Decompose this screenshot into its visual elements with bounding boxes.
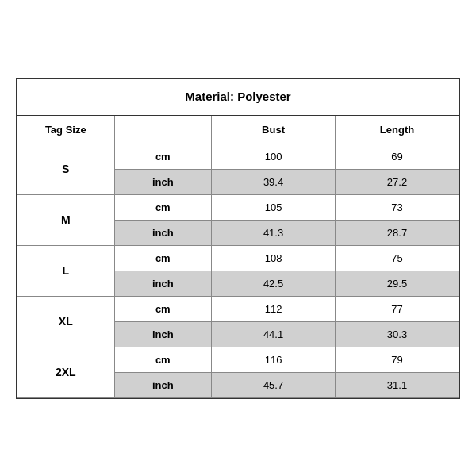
bust-cm-value: 116 (212, 347, 336, 372)
length-cm-value: 79 (336, 347, 459, 372)
unit-inch: inch (114, 220, 212, 245)
header-bust: Bust (212, 116, 336, 144)
table-header-row: Tag Size Bust Length (17, 116, 459, 144)
length-cm-value: 75 (336, 245, 459, 271)
unit-inch: inch (114, 169, 212, 194)
bust-cm-value: 108 (212, 245, 336, 271)
size-label: 2XL (17, 347, 115, 397)
unit-inch: inch (114, 372, 212, 397)
unit-cm: cm (114, 245, 212, 271)
bust-inch-value: 41.3 (212, 220, 336, 245)
length-cm-value: 69 (336, 144, 459, 169)
unit-cm: cm (114, 347, 212, 372)
size-table: Tag Size Bust Length Scm10069inch39.427.… (17, 116, 459, 398)
unit-inch: inch (114, 321, 212, 347)
bust-inch-value: 39.4 (212, 169, 336, 194)
table-row: Mcm10573 (17, 194, 459, 220)
size-label: L (17, 245, 115, 296)
bust-cm-value: 105 (212, 194, 336, 220)
unit-inch: inch (114, 271, 212, 296)
size-label: S (17, 144, 115, 194)
bust-inch-value: 42.5 (212, 271, 336, 296)
chart-title: Material: Polyester (185, 90, 290, 103)
header-tag-size: Tag Size (17, 116, 115, 144)
bust-cm-value: 112 (212, 296, 336, 321)
size-label: XL (17, 296, 115, 347)
table-row: Lcm10875 (17, 245, 459, 271)
bust-inch-value: 44.1 (212, 321, 336, 347)
table-row: 2XLcm11679 (17, 347, 459, 372)
size-chart-container: Material: Polyester Tag Size Bust Length… (16, 78, 460, 399)
table-row: XLcm11277 (17, 296, 459, 321)
unit-cm: cm (114, 194, 212, 220)
bust-cm-value: 100 (212, 144, 336, 169)
header-length: Length (336, 116, 459, 144)
bust-inch-value: 45.7 (212, 372, 336, 397)
length-inch-value: 27.2 (336, 169, 459, 194)
length-inch-value: 30.3 (336, 321, 459, 347)
header-unit (114, 116, 212, 144)
table-row: Scm10069 (17, 144, 459, 169)
size-label: M (17, 194, 115, 245)
unit-cm: cm (114, 144, 212, 169)
title-row: Material: Polyester (17, 79, 459, 116)
unit-cm: cm (114, 296, 212, 321)
length-inch-value: 28.7 (336, 220, 459, 245)
length-cm-value: 73 (336, 194, 459, 220)
length-inch-value: 29.5 (336, 271, 459, 296)
length-inch-value: 31.1 (336, 372, 459, 397)
length-cm-value: 77 (336, 296, 459, 321)
